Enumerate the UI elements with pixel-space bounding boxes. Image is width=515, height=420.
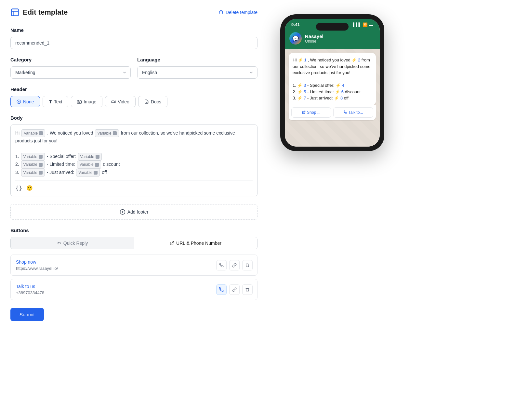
trash-icon-shop <box>245 263 250 268</box>
wa-message-text: Hi ⚡ 1 , We noticed you loved ⚡ 2 from o… <box>293 57 372 101</box>
camera-icon <box>77 99 82 104</box>
wa-contact-status: Online <box>305 39 324 44</box>
language-section: Language English Arabic Spanish <box>137 57 258 79</box>
wa-contact-info: Rasayel Online <box>305 33 324 44</box>
header-docs-button[interactable]: Docs <box>138 96 167 107</box>
var-pill-8: Variable <box>76 169 100 177</box>
buttons-section: Buttons Quick Reply URL & Phone Number <box>10 228 258 300</box>
plus-circle-icon <box>120 209 125 215</box>
preview-panel: 9:41 ▌▌▌ 🛜 ▬ 💬 Rasayel Online <box>271 8 394 412</box>
preview-var1: ⚡ 1 <box>298 58 307 62</box>
var-pill-3: Variable <box>21 153 45 161</box>
name-label: Name <box>10 27 258 33</box>
name-input[interactable] <box>10 37 258 49</box>
category-select[interactable]: Marketing Utility Authentication <box>10 66 131 79</box>
category-label: Category <box>10 57 131 62</box>
wa-message-bubble: Hi ⚡ 1 , We noticed you loved ⚡ 2 from o… <box>289 53 376 105</box>
phone-inner: 9:41 ▌▌▌ 🛜 ▬ 💬 Rasayel Online <box>285 19 380 147</box>
header-label: Header <box>10 86 258 92</box>
var-pill-2: Variable <box>95 129 119 137</box>
x-circle-icon <box>17 99 21 104</box>
button-shop-delete-icon[interactable] <box>242 260 253 270</box>
header-none-button[interactable]: None <box>10 96 40 107</box>
buttons-label: Buttons <box>10 228 258 233</box>
url-phone-tab[interactable]: URL & Phone Number <box>134 237 257 249</box>
reply-icon <box>57 241 61 245</box>
external-link-icon-wa <box>302 111 306 114</box>
page-header: Edit template Delete template <box>10 8 258 17</box>
name-section: Name <box>10 27 258 49</box>
wa-avatar: 💬 <box>289 32 302 45</box>
add-footer-button[interactable]: Add footer <box>10 204 258 220</box>
battery-icon: ▬ <box>369 22 373 27</box>
delete-template-button[interactable]: Delete template <box>218 10 258 15</box>
header-type-buttons: None T Text Image <box>10 96 258 107</box>
phone-icon <box>219 263 224 268</box>
wa-app-header: 💬 Rasayel Online <box>285 29 380 49</box>
var-pill-4: Variable <box>78 153 102 161</box>
button-shop-actions <box>216 260 253 270</box>
link-icon-talk <box>232 287 237 292</box>
button-item-talk: Talk to us +38970334478 <box>10 279 258 300</box>
var-pill-5: Variable <box>21 161 45 168</box>
var-pill-7: Variable <box>21 169 45 177</box>
body-toolbar: {} 🙂 <box>15 180 253 191</box>
phone-mockup: 9:41 ▌▌▌ 🛜 ▬ 💬 Rasayel Online <box>280 14 384 151</box>
status-time: 9:41 <box>291 22 300 27</box>
header-text-button[interactable]: T Text <box>43 96 68 107</box>
body-section: Body Hi Variable , We noticed you loved … <box>10 115 258 196</box>
wa-shop-button: Shop ... <box>291 107 331 118</box>
body-text: Hi Variable , We noticed you loved Varia… <box>15 129 253 177</box>
preview-var2: ⚡ 2 <box>351 58 360 62</box>
svg-rect-3 <box>112 101 114 103</box>
wa-contact-name: Rasayel <box>305 33 324 39</box>
buttons-tabs: Quick Reply URL & Phone Number <box>10 237 258 249</box>
wa-talk-label: Talk to... <box>349 110 363 115</box>
wifi-icon: 🛜 <box>363 22 368 27</box>
preview-var8: ⚡ 8 <box>334 96 343 100</box>
phone-notch <box>316 23 349 31</box>
button-talk-actions <box>216 284 253 295</box>
quick-reply-tab[interactable]: Quick Reply <box>11 237 134 249</box>
preview-var5: ⚡ 5 <box>297 89 306 94</box>
page-title: Edit template <box>23 8 68 17</box>
preview-var4: ⚡ 4 <box>336 83 344 88</box>
language-select[interactable]: English Arabic Spanish <box>137 66 258 79</box>
variable-icon[interactable]: {} <box>15 185 22 191</box>
svg-point-2 <box>79 101 80 103</box>
var-pill-1: Variable <box>21 129 45 137</box>
preview-var6: ⚡ 6 <box>335 89 344 94</box>
edit-template-icon <box>10 8 20 17</box>
language-label: Language <box>137 57 258 62</box>
body-editor[interactable]: Hi Variable , We noticed you loved Varia… <box>10 125 258 196</box>
button-talk-link-icon[interactable] <box>229 284 240 295</box>
button-shop-link-icon[interactable] <box>229 260 240 270</box>
button-shop-phone-icon[interactable] <box>216 260 227 270</box>
link-icon <box>232 263 237 268</box>
emoji-icon[interactable]: 🙂 <box>26 185 33 191</box>
submit-button[interactable]: Submit <box>10 308 44 321</box>
file-icon <box>144 99 149 104</box>
text-icon: T <box>49 99 52 104</box>
status-bar: 9:41 ▌▌▌ 🛜 ▬ <box>285 19 380 29</box>
external-link-icon <box>170 241 174 245</box>
header-video-button[interactable]: Video <box>105 96 136 107</box>
video-icon <box>111 99 116 104</box>
body-label: Body <box>10 115 258 121</box>
wa-shop-label: Shop ... <box>307 110 320 115</box>
header-section: Header None T Text <box>10 86 258 107</box>
svg-rect-0 <box>12 9 19 16</box>
button-talk-phone-icon[interactable] <box>216 284 227 295</box>
trash-icon <box>218 10 224 15</box>
button-item-shop: Shop now https://www.rasayel.io/ <box>10 255 258 276</box>
header-image-button[interactable]: Image <box>71 96 102 107</box>
button-talk-delete-icon[interactable] <box>242 284 253 295</box>
phone-icon-wa <box>344 111 347 114</box>
language-select-wrapper: English Arabic Spanish <box>137 66 258 79</box>
wa-talk-button: Talk to... <box>333 107 373 118</box>
status-icons: ▌▌▌ 🛜 ▬ <box>353 22 373 27</box>
var-pill-6: Variable <box>77 161 101 168</box>
phone-icon-talk <box>219 287 224 292</box>
trash-icon-talk <box>245 287 250 292</box>
wa-action-buttons: Shop ... Talk to... <box>289 105 376 120</box>
